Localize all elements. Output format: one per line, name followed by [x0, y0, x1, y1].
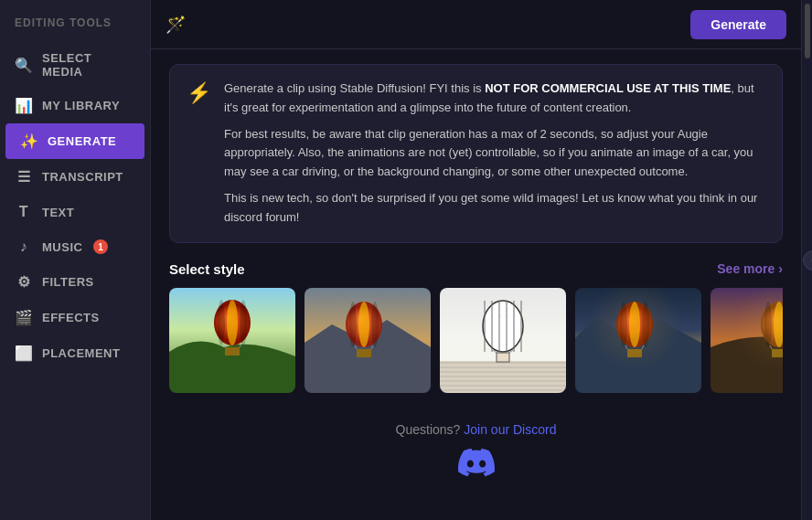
main-panel: 🪄 Generate ⚡ Generate a clip using Stabl…	[151, 0, 801, 520]
style-image-2[interactable]	[304, 288, 431, 393]
sidebar-label-filters: FILTERS	[42, 275, 94, 289]
see-more-label: See more	[717, 261, 775, 276]
sidebar-icon-effects: 🎬	[15, 309, 33, 326]
toolbar-left: 🪄	[166, 15, 186, 35]
sidebar-item-effects[interactable]: 🎬EFFECTS	[0, 300, 150, 335]
sidebar-icon-generate: ✨	[20, 133, 38, 150]
sidebar-icon-my-library: 📊	[15, 97, 33, 114]
info-line2: For best results, be aware that clip gen…	[224, 125, 765, 182]
sidebar-item-generate[interactable]: ✨GENERATE	[5, 123, 144, 159]
sidebar-icon-filters: ⚙	[15, 273, 33, 291]
sidebar-icon-transcript: ☰	[15, 168, 33, 186]
sidebar-item-select-media[interactable]: 🔍SELECT MEDIA	[0, 42, 150, 88]
sidebar-icon-select-media: 🔍	[15, 57, 33, 74]
chevron-right-icon: ›	[778, 261, 783, 276]
style-section-title: Select style	[169, 261, 245, 277]
discord-link[interactable]: Join our Discord	[464, 422, 556, 437]
sidebar-label-generate: GENERATE	[48, 134, 116, 148]
style-image-3[interactable]	[440, 288, 566, 393]
sidebar-item-text[interactable]: TTEXT	[0, 195, 150, 229]
wand-icon: 🪄	[166, 15, 186, 35]
sidebar-icon-text: T	[15, 204, 33, 220]
toolbar: 🪄 Generate	[151, 0, 801, 49]
lightning-icon: ⚡	[187, 81, 211, 105]
sidebar-icon-placement: ⬜	[15, 345, 33, 362]
sidebar-item-music[interactable]: ♪MUSIC1	[0, 229, 150, 264]
sidebar-icon-music: ♪	[15, 239, 33, 255]
sidebar-label-text: TEXT	[42, 206, 74, 219]
sidebar-item-filters[interactable]: ⚙FILTERS	[0, 264, 150, 300]
info-text: Generate a clip using Stable Diffusion! …	[224, 80, 765, 228]
sidebar-badge-music: 1	[93, 239, 108, 254]
style-image-4[interactable]	[575, 288, 701, 393]
sidebar-label-music: MUSIC	[42, 240, 82, 254]
style-section: Select style See more ›	[169, 261, 783, 400]
sidebar-item-placement[interactable]: ⬜PLACEMENT	[0, 335, 150, 371]
discord-logo-icon	[169, 444, 783, 488]
sidebar-item-transcript[interactable]: ☰TRANSCRIPT	[0, 159, 150, 195]
generate-button[interactable]: Generate	[690, 10, 786, 39]
discord-question: Questions? Join our Discord	[169, 422, 783, 437]
see-more-button[interactable]: See more ›	[717, 261, 783, 276]
sidebar-label-effects: EFFECTS	[42, 311, 100, 324]
sidebar-title: EDITING TOOLS	[0, 7, 150, 42]
content-area: ⚡ Generate a clip using Stable Diffusion…	[151, 49, 801, 520]
sidebar-label-my-library: MY LIBRARY	[42, 99, 120, 112]
scrollbar-thumb	[805, 4, 810, 58]
style-images-list	[169, 288, 783, 400]
style-image-1[interactable]	[169, 288, 295, 393]
info-line3: This is new tech, so don't be surprised …	[224, 189, 765, 228]
sidebar: EDITING TOOLS 🔍SELECT MEDIA📊MY LIBRARY✨G…	[0, 0, 151, 520]
sidebar-label-select-media: SELECT MEDIA	[42, 51, 135, 79]
sidebar-label-placement: PLACEMENT	[42, 346, 120, 360]
style-header: Select style See more ›	[169, 261, 783, 277]
info-line1-normal: Generate a clip using Stable Diffusion! …	[224, 81, 485, 95]
style-image-5[interactable]	[710, 288, 783, 393]
info-box: ⚡ Generate a clip using Stable Diffusion…	[169, 64, 783, 243]
info-line1-bold: NOT FOR COMMERCIAL USE AT THIS TIME	[485, 81, 731, 95]
sidebar-label-transcript: TRANSCRIPT	[42, 170, 123, 184]
discord-section: Questions? Join our Discord	[169, 422, 783, 503]
sidebar-item-my-library[interactable]: 📊MY LIBRARY	[0, 88, 150, 123]
